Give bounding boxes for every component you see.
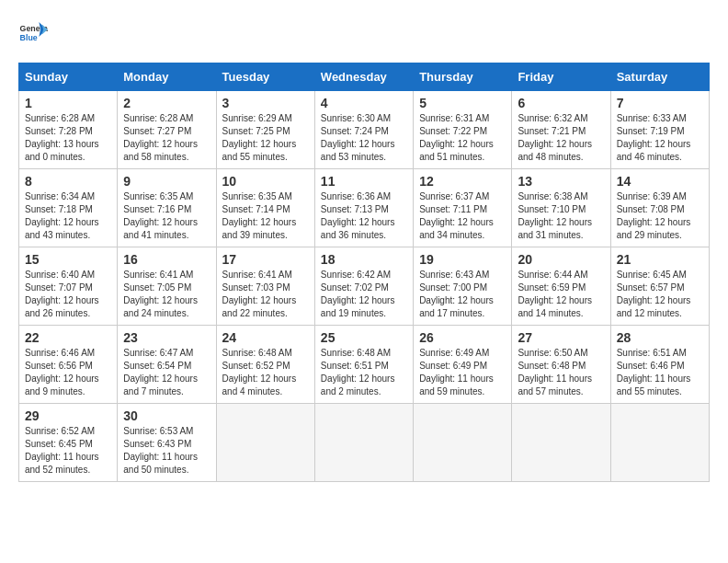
day-info: Sunrise: 6:32 AM Sunset: 7:21 PM Dayligh… [518, 112, 604, 164]
calendar-cell: 7Sunrise: 6:33 AM Sunset: 7:19 PM Daylig… [610, 91, 709, 169]
calendar-cell: 9Sunrise: 6:35 AM Sunset: 7:16 PM Daylig… [118, 169, 216, 247]
day-info: Sunrise: 6:37 AM Sunset: 7:11 PM Dayligh… [419, 190, 506, 242]
calendar-cell [414, 404, 512, 482]
header-wednesday: Wednesday [314, 63, 413, 91]
day-number: 23 [123, 330, 210, 345]
calendar-cell [216, 404, 314, 482]
calendar-week-1: 1Sunrise: 6:28 AM Sunset: 7:28 PM Daylig… [19, 91, 710, 169]
calendar-cell: 24Sunrise: 6:48 AM Sunset: 6:52 PM Dayli… [216, 326, 314, 404]
day-number: 27 [518, 330, 604, 345]
day-number: 12 [419, 174, 506, 189]
day-number: 18 [321, 252, 407, 267]
day-info: Sunrise: 6:50 AM Sunset: 6:48 PM Dayligh… [518, 347, 604, 398]
calendar-cell: 25Sunrise: 6:48 AM Sunset: 6:51 PM Dayli… [314, 326, 413, 404]
calendar-cell: 1Sunrise: 6:28 AM Sunset: 7:28 PM Daylig… [19, 91, 118, 169]
day-number: 17 [222, 252, 309, 267]
day-info: Sunrise: 6:35 AM Sunset: 7:16 PM Dayligh… [123, 190, 210, 242]
calendar-cell: 16Sunrise: 6:41 AM Sunset: 7:05 PM Dayli… [118, 247, 216, 326]
day-info: Sunrise: 6:51 AM Sunset: 6:46 PM Dayligh… [617, 347, 703, 398]
day-number: 9 [123, 174, 210, 189]
day-info: Sunrise: 6:44 AM Sunset: 6:59 PM Dayligh… [518, 269, 604, 320]
calendar-week-3: 15Sunrise: 6:40 AM Sunset: 7:07 PM Dayli… [19, 247, 710, 326]
day-number: 25 [321, 330, 407, 345]
day-info: Sunrise: 6:43 AM Sunset: 7:00 PM Dayligh… [419, 269, 506, 320]
day-number: 21 [617, 252, 703, 267]
day-number: 22 [25, 330, 111, 345]
calendar-cell: 20Sunrise: 6:44 AM Sunset: 6:59 PM Dayli… [512, 247, 610, 326]
day-number: 24 [222, 330, 309, 345]
header-friday: Friday [512, 63, 610, 91]
day-info: Sunrise: 6:48 AM Sunset: 6:51 PM Dayligh… [321, 347, 407, 398]
calendar-cell [610, 404, 709, 482]
day-number: 10 [222, 174, 309, 189]
calendar-week-2: 8Sunrise: 6:34 AM Sunset: 7:18 PM Daylig… [19, 169, 710, 247]
calendar-cell: 19Sunrise: 6:43 AM Sunset: 7:00 PM Dayli… [414, 247, 512, 326]
calendar-cell [512, 404, 610, 482]
page-header: General Blue [18, 18, 710, 48]
day-info: Sunrise: 6:31 AM Sunset: 7:22 PM Dayligh… [419, 112, 506, 164]
calendar-cell: 21Sunrise: 6:45 AM Sunset: 6:57 PM Dayli… [610, 247, 709, 326]
svg-text:Blue: Blue [20, 33, 38, 42]
day-info: Sunrise: 6:52 AM Sunset: 6:45 PM Dayligh… [25, 425, 111, 477]
calendar-week-5: 29Sunrise: 6:52 AM Sunset: 6:45 PM Dayli… [19, 404, 710, 482]
calendar-cell: 27Sunrise: 6:50 AM Sunset: 6:48 PM Dayli… [512, 326, 610, 404]
day-info: Sunrise: 6:45 AM Sunset: 6:57 PM Dayligh… [617, 269, 703, 320]
calendar-cell: 10Sunrise: 6:35 AM Sunset: 7:14 PM Dayli… [216, 169, 314, 247]
calendar-cell: 13Sunrise: 6:38 AM Sunset: 7:10 PM Dayli… [512, 169, 610, 247]
calendar-cell: 28Sunrise: 6:51 AM Sunset: 6:46 PM Dayli… [610, 326, 709, 404]
day-info: Sunrise: 6:35 AM Sunset: 7:14 PM Dayligh… [222, 190, 309, 242]
day-info: Sunrise: 6:28 AM Sunset: 7:27 PM Dayligh… [123, 112, 210, 164]
day-number: 20 [518, 252, 604, 267]
day-info: Sunrise: 6:41 AM Sunset: 7:03 PM Dayligh… [222, 269, 309, 320]
day-number: 8 [25, 174, 111, 189]
calendar-week-4: 22Sunrise: 6:46 AM Sunset: 6:56 PM Dayli… [19, 326, 710, 404]
day-number: 2 [123, 96, 210, 110]
day-info: Sunrise: 6:34 AM Sunset: 7:18 PM Dayligh… [25, 190, 111, 242]
day-number: 16 [123, 252, 210, 267]
day-number: 26 [419, 330, 506, 345]
calendar-cell: 8Sunrise: 6:34 AM Sunset: 7:18 PM Daylig… [19, 169, 118, 247]
day-number: 1 [25, 96, 111, 110]
day-number: 3 [222, 96, 309, 110]
calendar-cell: 14Sunrise: 6:39 AM Sunset: 7:08 PM Dayli… [610, 169, 709, 247]
day-info: Sunrise: 6:28 AM Sunset: 7:28 PM Dayligh… [25, 112, 111, 164]
day-number: 14 [617, 174, 703, 189]
calendar-cell: 26Sunrise: 6:49 AM Sunset: 6:49 PM Dayli… [414, 326, 512, 404]
logo: General Blue [18, 18, 48, 48]
calendar-cell [314, 404, 413, 482]
day-info: Sunrise: 6:42 AM Sunset: 7:02 PM Dayligh… [321, 269, 407, 320]
day-info: Sunrise: 6:29 AM Sunset: 7:25 PM Dayligh… [222, 112, 309, 164]
day-number: 15 [25, 252, 111, 267]
logo-icon: General Blue [18, 18, 48, 48]
calendar-cell: 3Sunrise: 6:29 AM Sunset: 7:25 PM Daylig… [216, 91, 314, 169]
day-info: Sunrise: 6:36 AM Sunset: 7:13 PM Dayligh… [321, 190, 407, 242]
day-number: 6 [518, 96, 604, 110]
calendar-cell: 6Sunrise: 6:32 AM Sunset: 7:21 PM Daylig… [512, 91, 610, 169]
day-number: 19 [419, 252, 506, 267]
calendar-cell: 23Sunrise: 6:47 AM Sunset: 6:54 PM Dayli… [118, 326, 216, 404]
calendar-cell: 5Sunrise: 6:31 AM Sunset: 7:22 PM Daylig… [414, 91, 512, 169]
day-info: Sunrise: 6:53 AM Sunset: 6:43 PM Dayligh… [123, 425, 210, 477]
day-number: 7 [617, 96, 703, 110]
calendar-cell: 30Sunrise: 6:53 AM Sunset: 6:43 PM Dayli… [118, 404, 216, 482]
day-info: Sunrise: 6:40 AM Sunset: 7:07 PM Dayligh… [25, 269, 111, 320]
day-info: Sunrise: 6:48 AM Sunset: 6:52 PM Dayligh… [222, 347, 309, 398]
day-number: 28 [617, 330, 703, 345]
day-info: Sunrise: 6:49 AM Sunset: 6:49 PM Dayligh… [419, 347, 506, 398]
day-info: Sunrise: 6:38 AM Sunset: 7:10 PM Dayligh… [518, 190, 604, 242]
calendar-cell: 15Sunrise: 6:40 AM Sunset: 7:07 PM Dayli… [19, 247, 118, 326]
calendar-cell: 4Sunrise: 6:30 AM Sunset: 7:24 PM Daylig… [314, 91, 413, 169]
calendar-cell: 17Sunrise: 6:41 AM Sunset: 7:03 PM Dayli… [216, 247, 314, 326]
day-number: 5 [419, 96, 506, 110]
calendar-cell: 22Sunrise: 6:46 AM Sunset: 6:56 PM Dayli… [19, 326, 118, 404]
calendar-cell: 29Sunrise: 6:52 AM Sunset: 6:45 PM Dayli… [19, 404, 118, 482]
calendar-cell: 18Sunrise: 6:42 AM Sunset: 7:02 PM Dayli… [314, 247, 413, 326]
day-info: Sunrise: 6:47 AM Sunset: 6:54 PM Dayligh… [123, 347, 210, 398]
day-info: Sunrise: 6:33 AM Sunset: 7:19 PM Dayligh… [617, 112, 703, 164]
day-number: 11 [321, 174, 407, 189]
calendar-cell: 12Sunrise: 6:37 AM Sunset: 7:11 PM Dayli… [414, 169, 512, 247]
day-info: Sunrise: 6:46 AM Sunset: 6:56 PM Dayligh… [25, 347, 111, 398]
calendar-table: SundayMondayTuesdayWednesdayThursdayFrid… [18, 63, 710, 482]
day-info: Sunrise: 6:41 AM Sunset: 7:05 PM Dayligh… [123, 269, 210, 320]
header-tuesday: Tuesday [216, 63, 314, 91]
